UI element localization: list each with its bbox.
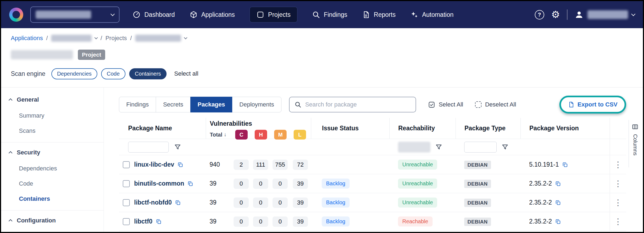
sidebar-section-title: General [17,96,39,103]
copy-icon[interactable] [555,181,561,187]
row-menu-kebab-icon[interactable]: ⋮ [614,218,622,226]
package-name[interactable]: libctf-nobfd0 [134,199,172,206]
primary-nav: Dashboard Applications Projects Findings… [132,7,454,22]
package-name[interactable]: linux-libc-dev [134,161,174,168]
tab-findings[interactable]: Findings [119,97,156,112]
sidebar-header-security[interactable]: Security [1,144,104,161]
chevron-down-icon [111,12,115,16]
package-type-badge: DEBIAN [464,161,491,169]
row-checkbox[interactable] [123,218,130,225]
breadcrumb-separator: / [46,35,48,42]
row-menu-kebab-icon[interactable]: ⋮ [614,161,622,169]
scan-pill-dependencies[interactable]: Dependencies [51,68,97,79]
chevron-down-icon[interactable] [184,36,187,39]
package-version-cell: 2.35.2-2 [520,180,610,187]
copy-icon[interactable] [175,200,181,206]
scan-pill-containers[interactable]: Containers [129,68,167,79]
help-icon[interactable]: ? [535,10,544,20]
package-name-filter-input[interactable] [128,142,169,153]
row-checkbox[interactable] [123,161,130,168]
total-cell: 39 [206,218,231,225]
row-checkbox[interactable] [123,180,130,187]
breadcrumb-applications-link[interactable]: Applications [11,35,43,42]
package-search-input[interactable] [305,101,411,108]
copy-icon[interactable] [156,219,162,225]
scan-pill-code[interactable]: Code [101,68,125,79]
tab-secrets[interactable]: Secrets [156,97,191,112]
sort-desc-arrow-icon: ↓ [224,132,227,138]
sidebar-header-configuration[interactable]: Configuration [1,212,104,229]
low-count-cell: 72 [290,160,311,170]
nav-item-automation[interactable]: Automation [410,11,453,19]
count-box: 72 [293,160,308,170]
reachability-badge: Unreachable [398,179,437,189]
row-menu-kebab-icon[interactable]: ⋮ [614,180,622,188]
filter-reachability [389,142,456,153]
package-version: 2.35.2-2 [529,180,552,187]
sidebar-item-summary[interactable]: Summary [1,108,104,123]
tab-packages[interactable]: Packages [190,97,233,112]
header-total-sort[interactable]: Total ↓ [210,132,232,138]
severity-high-chip[interactable]: H [255,130,267,140]
breadcrumb-separator: / [101,35,102,42]
package-name[interactable]: binutils-common [134,180,184,187]
severity-critical-chip[interactable]: C [235,130,248,140]
severity-low-chip[interactable]: L [294,130,306,140]
package-type-filter-input[interactable] [464,142,497,153]
nav-item-applications[interactable]: Applications [190,11,235,19]
filter-funnel-icon[interactable] [502,144,509,151]
filter-funnel-icon[interactable] [174,144,181,151]
reachability-badge: Unreachable [398,160,437,170]
sidebar-header-general[interactable]: General [1,91,104,108]
sidebar-item-dependencies[interactable]: Dependencies [1,161,104,176]
copy-icon[interactable] [555,219,561,225]
sidebar-item-code[interactable]: Code [1,176,104,191]
nav-item-findings[interactable]: Findings [312,11,347,19]
row-actions-cell: ⋮ [610,193,626,212]
user-avatar-icon [575,10,584,19]
select-all-button[interactable]: Select All [428,101,463,108]
export-to-csv-label: Export to CSV [577,101,618,108]
critical-count-cell: 0 [231,198,251,208]
search-icon [294,101,301,108]
copy-icon[interactable] [555,200,561,206]
org-selector-dropdown[interactable] [30,7,119,23]
scan-engine-row: Scan engine Dependencies Code Containers… [11,67,643,80]
table-row: libctf-nobfd0 39 0 0 0 39 Backlog Unreac… [119,193,626,212]
user-menu[interactable] [575,10,635,19]
scan-select-all[interactable]: Select all [174,70,198,77]
package-name-cell: libctf-nobfd0 [119,199,206,206]
mend-logo-icon[interactable] [9,8,23,22]
count-box: 39 [293,198,308,208]
nav-label: Projects [268,11,291,18]
row-menu-kebab-icon[interactable]: ⋮ [614,199,622,207]
copy-icon[interactable] [562,162,568,168]
nav-item-reports[interactable]: Reports [362,11,396,19]
package-type-cell: DEBIAN [456,161,520,168]
breadcrumb-separator: / [130,35,132,42]
severity-medium-chip[interactable]: M [274,130,287,140]
nav-item-dashboard[interactable]: Dashboard [132,11,175,19]
gear-icon[interactable]: ⚙ [551,10,560,20]
export-to-csv-button[interactable]: Export to CSV [562,98,623,111]
filter-funnel-icon[interactable] [435,144,442,151]
copy-icon[interactable] [177,162,183,168]
header-actions [610,118,626,139]
nav-label: Reports [374,11,396,18]
nav-label: Applications [201,11,235,18]
tab-deployments[interactable]: Deployments [232,97,281,112]
nav-item-projects[interactable]: Projects [250,7,297,22]
columns-panel-toggle[interactable]: Columns [629,120,641,167]
package-version: 2.35.2-2 [529,218,552,225]
package-name[interactable]: libctf0 [134,218,152,225]
copy-icon[interactable] [187,181,193,187]
sidebar-item-containers[interactable]: Containers [1,191,104,206]
count-box: 2 [234,160,249,170]
deselect-all-button[interactable]: Deselect All [475,101,516,108]
sidebar-item-scans[interactable]: Scans [1,123,104,138]
automation-sparkles-icon [410,11,418,19]
row-checkbox[interactable] [123,199,130,206]
package-name-cell: libctf0 [119,218,206,225]
checkbox-checked-icon [428,101,435,108]
chevron-down-icon[interactable] [94,36,98,39]
